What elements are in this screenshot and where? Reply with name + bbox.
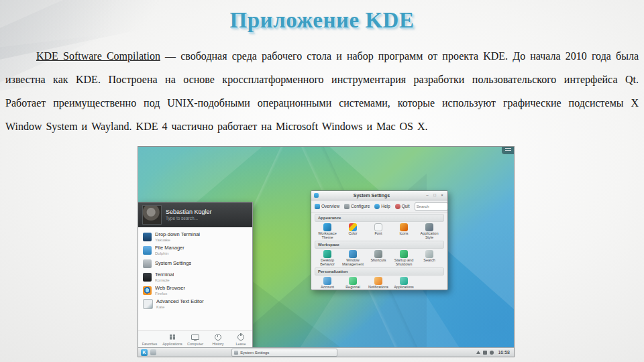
configure-icon [344, 204, 350, 209]
help-button[interactable]: Help [374, 204, 390, 209]
launcher-item-web-browser[interactable]: Web Browser Firefox [138, 284, 252, 297]
overview-button[interactable]: Overview [315, 204, 339, 209]
settings-module-tile[interactable]: Startup and Shutdown [391, 249, 417, 266]
tab-label: Leave [236, 342, 246, 346]
window-app-icon [314, 193, 319, 198]
system-settings-icon [143, 259, 152, 268]
maximize-button[interactable]: □ [432, 193, 437, 198]
launcher-item-sublabel: Konsole [155, 278, 174, 282]
launcher-item-sublabel: Yakuake [155, 238, 200, 242]
launcher-search-hint[interactable]: Type to search... [166, 217, 212, 221]
application-launcher-menu: Sebastian Kügler Type to search... Drop-… [138, 202, 253, 349]
settings-module-tile[interactable]: Workspace Theme [315, 223, 340, 239]
kickoff-launcher-button[interactable] [141, 349, 148, 356]
settings-module-tile[interactable]: Desktop Behavior [315, 249, 340, 266]
launcher-item-file-manager[interactable]: File Manager Dolphin [138, 243, 252, 257]
help-label: Help [381, 204, 390, 208]
settings-module-tile[interactable]: Icons [391, 223, 417, 239]
settings-module-tile[interactable]: Search [417, 249, 442, 266]
launcher-tab-favorites[interactable]: Favorites [138, 330, 161, 349]
launcher-tab-history[interactable]: History [207, 330, 229, 349]
launcher-tab-bar: Favorites Applications Computer History … [138, 330, 252, 349]
launcher-item-dropdown-terminal[interactable]: Drop-down Terminal Yakuake [138, 230, 252, 243]
tab-label: Computer [187, 342, 203, 346]
launcher-item-label: Drop-down Terminal [155, 232, 200, 237]
window-titlebar[interactable]: System Settings – □ × [311, 191, 447, 200]
quit-label: Quit [402, 204, 410, 208]
settings-module-tile[interactable]: Shortcuts [366, 249, 391, 266]
section-header-workspace: Workspace [315, 241, 444, 249]
task-window-label: System Settings [240, 351, 269, 355]
launcher-spacer [138, 310, 252, 330]
tab-label: History [212, 342, 223, 346]
body-lead-term: KDE Software Compilation [36, 50, 160, 62]
launcher-tab-applications[interactable]: Applications [161, 330, 184, 349]
regional-settings-icon [349, 277, 357, 285]
body-text: — свободная среда рабочего стола и набор… [5, 50, 639, 132]
configure-label: Configure [351, 204, 370, 208]
help-icon [374, 204, 380, 209]
configure-button[interactable]: Configure [344, 204, 370, 209]
taskbar-clock[interactable]: 16:58 [498, 350, 510, 355]
settings-module-tile[interactable]: Color [340, 223, 366, 239]
window-management-icon [349, 250, 357, 258]
settings-module-tile[interactable]: Window Management [340, 249, 366, 266]
tray-volume-icon[interactable] [490, 351, 494, 355]
system-settings-window: System Settings – □ × Overview Configure… [311, 190, 448, 290]
panel-icon[interactable] [150, 349, 156, 355]
launcher-item-terminal[interactable]: Terminal Konsole [138, 270, 252, 284]
settings-tiles-row: Desktop Behavior Window Management Short… [315, 249, 444, 266]
taskbar: System Settings 16:58 [138, 347, 514, 357]
quit-icon [395, 204, 400, 209]
presentation-slide: Приложение KDE KDE Software Compilation … [0, 0, 644, 362]
icons-icon [400, 223, 408, 231]
launcher-item-sublabel: Dolphin [155, 251, 184, 255]
launcher-tab-computer[interactable]: Computer [184, 330, 207, 349]
user-name: Sebastian Kügler [166, 209, 212, 215]
section-header-appearance: Appearance [315, 214, 444, 222]
launcher-tab-leave[interactable]: Leave [229, 330, 252, 349]
launcher-item-label: System Settings [155, 261, 191, 266]
user-avatar [142, 205, 162, 225]
settings-content: Appearance Workspace Theme Color Font [311, 213, 447, 290]
quit-button[interactable]: Quit [395, 204, 410, 209]
settings-module-tile[interactable]: Applications [391, 276, 417, 290]
settings-search-input[interactable] [415, 202, 448, 210]
settings-module-tile[interactable]: Notifications [366, 276, 391, 290]
applications-icon [400, 277, 408, 285]
slide-title: Приложение KDE [0, 7, 644, 34]
launcher-item-system-settings[interactable]: System Settings [138, 257, 252, 270]
settings-module-tile[interactable]: Account Details [315, 276, 340, 290]
settings-module-tile[interactable]: Regional Settings [340, 276, 366, 290]
color-icon [349, 223, 357, 231]
kde-desktop-screenshot: Sebastian Kügler Type to search... Drop-… [138, 146, 515, 357]
font-icon [374, 223, 382, 231]
text-editor-icon [143, 299, 153, 309]
task-window-icon [234, 351, 238, 355]
toolbox-lines-icon [505, 148, 511, 152]
settings-tiles-row: Account Details Regional Settings Notifi… [315, 276, 444, 290]
settings-module-tile[interactable]: Font [366, 223, 391, 239]
tray-expand-icon[interactable] [476, 351, 480, 354]
desktop-behavior-icon [323, 250, 331, 258]
launcher-item-label: Web Browser [155, 286, 185, 291]
taskbar-window-button[interactable]: System Settings [231, 349, 337, 357]
desktop-toolbox-icon[interactable] [502, 147, 514, 154]
tray-network-icon[interactable] [483, 351, 487, 355]
application-style-icon [425, 223, 433, 231]
workspace-theme-icon [323, 223, 331, 231]
web-browser-icon [143, 286, 152, 295]
account-details-icon [323, 277, 331, 285]
launcher-item-sublabel: Kate [156, 305, 204, 309]
power-icon [237, 334, 244, 341]
terminal-icon [143, 273, 152, 282]
slide-body-paragraph: KDE Software Compilation — свободная сре… [5, 44, 639, 138]
settings-module-tile[interactable]: Application Style [417, 223, 442, 239]
launcher-item-text-editor[interactable]: Advanced Text Editor Kate [138, 297, 252, 310]
launcher-user-header: Sebastian Kügler Type to search... [138, 202, 252, 227]
launcher-favorites-list: Drop-down Terminal Yakuake File Manager … [138, 227, 252, 310]
tab-label: Applications [162, 342, 182, 346]
close-button[interactable]: × [439, 193, 445, 198]
minimize-button[interactable]: – [425, 193, 430, 198]
user-info: Sebastian Kügler Type to search... [166, 209, 212, 221]
